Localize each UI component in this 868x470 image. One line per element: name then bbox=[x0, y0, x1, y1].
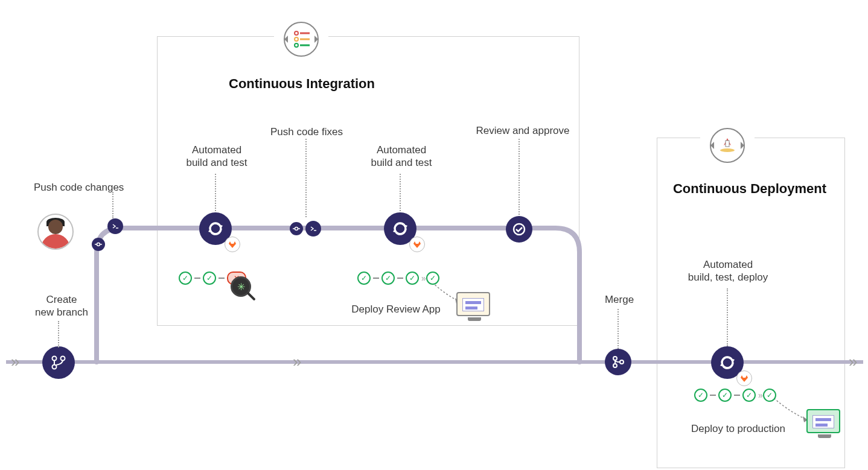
ci2-leader bbox=[400, 174, 401, 211]
cd-label: Automated build, test, deploy bbox=[680, 258, 776, 284]
svg-point-15 bbox=[61, 357, 65, 361]
timeline-chevron-1-icon: » bbox=[11, 352, 16, 371]
gitlab-badge-2 bbox=[409, 237, 425, 252]
push-node-1 bbox=[107, 218, 123, 234]
create-branch-node bbox=[42, 346, 75, 379]
status-pass-icon: ✓ bbox=[763, 389, 776, 402]
fixes-leader bbox=[305, 139, 307, 217]
push-fixes-label: Push code fixes bbox=[264, 125, 349, 138]
deploy-review-label: Deploy Review App bbox=[342, 303, 450, 316]
status-pass-icon: ✓ bbox=[742, 389, 756, 402]
svg-point-29 bbox=[514, 224, 525, 235]
cd-leader bbox=[727, 288, 728, 346]
commit-icon bbox=[95, 241, 102, 248]
svg-point-23 bbox=[295, 227, 298, 230]
production-monitor-icon bbox=[806, 409, 843, 439]
commit-icon bbox=[293, 225, 300, 232]
status-pass-icon: ✓ bbox=[426, 272, 439, 285]
ci2-label: Automated build and test bbox=[362, 144, 441, 170]
cd-status-row: ✓ ✓ ✓ » ✓ bbox=[694, 389, 776, 402]
gitlab-icon bbox=[413, 240, 421, 249]
create-branch-label: Create new branch bbox=[25, 293, 98, 319]
status-pass-icon: ✓ bbox=[718, 389, 732, 402]
ci2-status-row: ✓ ✓ ✓ » ✓ bbox=[357, 272, 439, 285]
ci1-label: Automated build and test bbox=[177, 144, 256, 170]
cycle-icon bbox=[391, 220, 409, 238]
gitlab-icon bbox=[228, 240, 237, 249]
terminal-icon bbox=[309, 224, 318, 233]
review-leader bbox=[519, 139, 520, 215]
merge-icon bbox=[611, 355, 625, 369]
push-changes-leader bbox=[112, 192, 113, 218]
svg-point-32 bbox=[620, 360, 624, 364]
svg-point-16 bbox=[53, 365, 57, 369]
merge-leader bbox=[617, 309, 619, 349]
svg-point-31 bbox=[613, 364, 617, 367]
status-pass-icon: ✓ bbox=[694, 389, 707, 402]
gitlab-icon bbox=[740, 374, 748, 383]
gitlab-badge-1 bbox=[225, 237, 240, 252]
svg-point-30 bbox=[613, 357, 617, 360]
terminal-icon bbox=[111, 222, 120, 230]
push-node-2 bbox=[305, 221, 321, 237]
deploy-prod-label: Deploy to production bbox=[681, 422, 796, 435]
create-branch-leader bbox=[58, 321, 59, 348]
review-app-monitor-icon bbox=[456, 292, 493, 322]
gitlab-badge-3 bbox=[736, 370, 752, 386]
commit-node-2 bbox=[290, 222, 303, 235]
status-pass-icon: ✓ bbox=[179, 272, 192, 285]
branch-icon bbox=[50, 354, 67, 371]
user-avatar bbox=[37, 214, 74, 250]
merge-node bbox=[605, 349, 631, 375]
status-pass-icon: ✓ bbox=[406, 272, 419, 285]
bug-magnifier-icon: ✳ bbox=[231, 276, 251, 297]
cycle-icon bbox=[718, 354, 736, 372]
ci1-leader bbox=[215, 174, 216, 211]
timeline-chevron-2-icon: » bbox=[293, 352, 298, 371]
svg-point-17 bbox=[97, 243, 100, 246]
commit-node-1 bbox=[92, 238, 105, 251]
cycle-icon bbox=[206, 220, 225, 238]
timeline-chevron-3-icon: » bbox=[849, 352, 854, 371]
svg-point-14 bbox=[53, 357, 57, 361]
status-pass-icon: ✓ bbox=[357, 272, 371, 285]
review-approve-node bbox=[506, 216, 532, 243]
status-pass-icon: ✓ bbox=[203, 272, 216, 285]
push-changes-label: Push code changes bbox=[34, 181, 136, 194]
status-pass-icon: ✓ bbox=[381, 272, 395, 285]
merge-label: Merge bbox=[601, 293, 637, 306]
check-badge-icon bbox=[512, 222, 526, 237]
review-label: Review and approve bbox=[468, 124, 577, 137]
